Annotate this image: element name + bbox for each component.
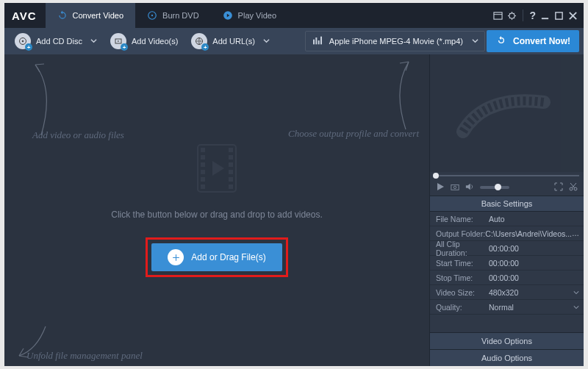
divider bbox=[523, 10, 523, 21]
settings-value: 00:00:00 bbox=[489, 244, 584, 253]
body: Add video or audio files Choose output p… bbox=[4, 54, 584, 366]
cut-icon[interactable] bbox=[569, 181, 578, 194]
svg-rect-30 bbox=[229, 184, 233, 189]
settings-row: Quality:Normal bbox=[430, 300, 584, 315]
title-bar: AVC Convert Video Burn DVD Play Video ? bbox=[4, 3, 584, 28]
seek-slider[interactable] bbox=[430, 172, 584, 179]
svg-point-1 bbox=[151, 15, 153, 16]
play-icon[interactable] bbox=[436, 181, 445, 194]
svg-rect-23 bbox=[201, 177, 205, 182]
arrow-annotation bbox=[388, 59, 417, 132]
svg-rect-3 bbox=[494, 12, 502, 18]
profile-label: Apple iPhone MPEG-4 Movie (*.mp4) bbox=[329, 37, 463, 46]
button-label: Add CD Disc bbox=[36, 37, 82, 46]
svg-rect-28 bbox=[229, 170, 233, 174]
filmstrip-placeholder-icon bbox=[196, 143, 237, 196]
svg-rect-29 bbox=[229, 177, 233, 182]
svg-rect-20 bbox=[201, 155, 205, 160]
settings-row: Video Size:480x320 bbox=[430, 285, 584, 300]
settings-table: File Name:AutoOutput Folder:C:\Users\And… bbox=[430, 212, 584, 315]
app-logo: AVC bbox=[4, 10, 46, 22]
settings-value[interactable]: C:\Users\Andrei\Videos...… bbox=[485, 229, 584, 238]
equalizer-icon bbox=[312, 35, 323, 48]
svg-rect-21 bbox=[201, 162, 205, 167]
volume-icon[interactable] bbox=[465, 181, 474, 194]
refresh-icon bbox=[57, 10, 68, 21]
button-label: Convert Now! bbox=[513, 36, 570, 46]
close-icon[interactable] bbox=[568, 11, 578, 21]
help-icon[interactable]: ? bbox=[529, 10, 536, 21]
settings-value: 00:00:00 bbox=[489, 273, 584, 282]
gear-icon[interactable] bbox=[507, 11, 517, 21]
add-urls-button[interactable]: + Add URL(s) bbox=[185, 31, 275, 51]
volume-slider[interactable] bbox=[480, 186, 509, 189]
play-icon bbox=[223, 10, 233, 21]
annotation-text: Add video or audio files bbox=[32, 129, 124, 141]
svg-rect-19 bbox=[201, 148, 205, 152]
fullscreen-icon[interactable] bbox=[554, 181, 563, 194]
svg-rect-24 bbox=[201, 184, 205, 189]
tab-burn-dvd[interactable]: Burn DVD bbox=[135, 3, 211, 28]
svg-rect-15 bbox=[315, 37, 317, 44]
svg-rect-16 bbox=[318, 40, 319, 44]
tab-play-video[interactable]: Play Video bbox=[211, 3, 288, 28]
settings-row: Start Time:00:00:00 bbox=[430, 256, 584, 271]
convert-now-button[interactable]: Convert Now! bbox=[487, 30, 579, 52]
output-profile-select[interactable]: Apple iPhone MPEG-4 Movie (*.mp4) bbox=[305, 31, 485, 51]
svg-point-11 bbox=[22, 40, 24, 43]
basic-settings-header: Basic Settings bbox=[430, 196, 584, 212]
settings-key: Quality: bbox=[430, 303, 489, 312]
settings-value[interactable]: 480x320 bbox=[489, 288, 584, 297]
svg-rect-25 bbox=[229, 148, 233, 152]
settings-value: 00:00:00 bbox=[489, 259, 584, 268]
maximize-icon[interactable] bbox=[554, 11, 564, 21]
tab-label: Convert Video bbox=[73, 11, 124, 20]
svg-rect-22 bbox=[201, 170, 205, 174]
video-add-icon: + bbox=[110, 33, 126, 49]
settings-value[interactable]: Normal bbox=[489, 303, 584, 312]
svg-point-32 bbox=[453, 186, 456, 188]
add-videos-button[interactable]: + Add Video(s) bbox=[104, 31, 184, 51]
app-window: AVC Convert Video Burn DVD Play Video ? … bbox=[4, 3, 584, 366]
disc-icon bbox=[147, 10, 157, 21]
highlight-box: Add or Drag File(s) bbox=[146, 237, 287, 277]
main-area[interactable]: Add video or audio files Choose output p… bbox=[4, 54, 429, 366]
chevron-down-icon bbox=[472, 37, 478, 46]
button-label: Add or Drag File(s) bbox=[191, 252, 265, 262]
window-controls: ? bbox=[493, 3, 578, 28]
settings-key: All Clip Duration: bbox=[430, 240, 489, 257]
settings-key: Start Time: bbox=[430, 259, 489, 268]
film-reel-icon bbox=[456, 80, 559, 146]
player-controls bbox=[430, 179, 584, 196]
button-label: Add Video(s) bbox=[132, 37, 178, 46]
globe-add-icon: + bbox=[191, 33, 207, 49]
drop-hint: Click the button below or drag and drop … bbox=[111, 209, 323, 220]
annotation-text: Unfold file management panel bbox=[26, 350, 143, 362]
add-cd-disc-button[interactable]: + Add CD Disc bbox=[9, 31, 103, 51]
video-options-button[interactable]: Video Options bbox=[430, 332, 584, 349]
preview-pane bbox=[430, 54, 584, 172]
camera-icon[interactable] bbox=[451, 181, 459, 194]
settings-key: Video Size: bbox=[430, 288, 489, 297]
settings-row: Stop Time:00:00:00 bbox=[430, 271, 584, 285]
settings-row: All Clip Duration:00:00:00 bbox=[430, 241, 584, 256]
refresh-icon bbox=[495, 35, 507, 49]
browse-icon[interactable]: … bbox=[572, 229, 579, 237]
chevron-down-icon[interactable] bbox=[573, 303, 579, 312]
svg-rect-31 bbox=[451, 184, 459, 190]
chevron-down-icon[interactable] bbox=[573, 288, 579, 297]
side-panel: Basic Settings File Name:AutoOutput Fold… bbox=[429, 54, 584, 366]
svg-rect-26 bbox=[229, 155, 233, 160]
add-or-drag-files-button[interactable]: Add or Drag File(s) bbox=[151, 243, 282, 271]
minimize-icon[interactable] bbox=[540, 11, 550, 21]
annotation-text: Choose output profile and convert bbox=[288, 128, 419, 140]
window-icon[interactable] bbox=[493, 11, 503, 21]
tab-convert-video[interactable]: Convert Video bbox=[46, 3, 136, 28]
svg-rect-14 bbox=[313, 40, 315, 45]
chevron-down-icon bbox=[90, 37, 97, 46]
svg-rect-7 bbox=[556, 12, 562, 18]
toolbar: + Add CD Disc + Add Video(s) + Add URL(s… bbox=[4, 28, 584, 54]
tab-label: Play Video bbox=[238, 11, 276, 20]
audio-options-button[interactable]: Audio Options bbox=[430, 349, 584, 366]
plus-circle-icon bbox=[168, 249, 184, 265]
